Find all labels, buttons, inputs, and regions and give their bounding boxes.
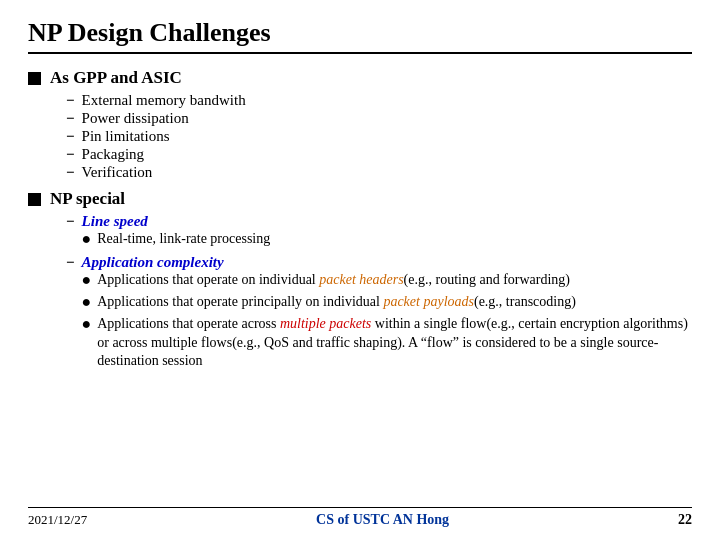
line-speed-label: Line speed [82, 213, 148, 229]
app-complexity-item: − Application complexity ● Applications … [66, 254, 692, 374]
gpp-list: −External memory bandwith −Power dissipa… [66, 92, 692, 181]
footer-date: 2021/12/27 [28, 512, 87, 528]
app-item-1: Applications that operate on individual … [97, 271, 570, 290]
highlight-packet-headers: packet headers [319, 272, 403, 287]
slide-title: NP Design Challenges [28, 18, 692, 54]
list-item: ● Real-time, link-rate processing [82, 230, 271, 249]
section-np-title: NP special [50, 189, 125, 209]
slide-footer: 2021/12/27 CS of USTC AN Hong 22 [28, 507, 692, 528]
circle-bullet-icon: ● [82, 271, 92, 289]
line-speed-sublist: ● Real-time, link-rate processing [82, 230, 271, 249]
section-gpp: As GPP and ASIC −External memory bandwit… [28, 68, 692, 181]
list-item: −Power dissipation [66, 110, 692, 127]
section-gpp-header: As GPP and ASIC [28, 68, 692, 88]
app-complexity-sublist: ● Applications that operate on individua… [82, 271, 692, 371]
gpp-item-4: Packaging [82, 146, 144, 163]
app-item-2: Applications that operate principally on… [97, 293, 576, 312]
list-item: ● Applications that operate on individua… [82, 271, 692, 290]
square-bullet-icon-2 [28, 193, 41, 206]
list-item: −External memory bandwith [66, 92, 692, 109]
app-item-3: Applications that operate across multipl… [97, 315, 692, 372]
list-item: −Verification [66, 164, 692, 181]
list-item: −Pin limitations [66, 128, 692, 145]
circle-bullet-icon: ● [82, 315, 92, 333]
highlight-multiple-packets: multiple packets [280, 316, 371, 331]
app-complexity-label: Application complexity [82, 254, 224, 270]
section-np: NP special − Line speed ● Real-time, lin… [28, 189, 692, 374]
line-speed-sub-1: Real-time, link-rate processing [97, 230, 270, 249]
list-item: ● Applications that operate across multi… [82, 315, 692, 372]
line-speed-item: − Line speed ● Real-time, link-rate proc… [66, 213, 692, 252]
square-bullet-icon [28, 72, 41, 85]
section-gpp-title: As GPP and ASIC [50, 68, 182, 88]
footer-center: CS of USTC AN Hong [316, 512, 449, 528]
list-item: ● Applications that operate principally … [82, 293, 692, 312]
section-np-header: NP special [28, 189, 692, 209]
circle-bullet-icon: ● [82, 293, 92, 311]
gpp-item-1: External memory bandwith [82, 92, 246, 109]
np-list: − Line speed ● Real-time, link-rate proc… [66, 213, 692, 374]
gpp-item-3: Pin limitations [82, 128, 170, 145]
footer-page-number: 22 [678, 512, 692, 528]
gpp-item-2: Power dissipation [82, 110, 189, 127]
gpp-item-5: Verification [82, 164, 153, 181]
highlight-packet-payloads: packet payloads [383, 294, 474, 309]
list-item: −Packaging [66, 146, 692, 163]
slide: NP Design Challenges As GPP and ASIC −Ex… [0, 0, 720, 540]
circle-bullet-icon: ● [82, 230, 92, 248]
slide-content: As GPP and ASIC −External memory bandwit… [28, 60, 692, 507]
